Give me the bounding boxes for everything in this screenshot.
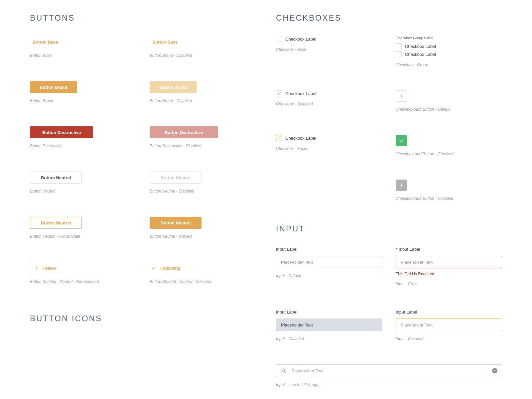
- button-base-disabled: Button Base: [150, 36, 187, 48]
- following-button[interactable]: Following: [150, 262, 187, 274]
- caption: Input - Focused: [396, 336, 502, 341]
- input-error[interactable]: [396, 256, 502, 268]
- checkbox-add-button[interactable]: +: [396, 90, 407, 102]
- button-destructive-disabled: Button Destructive: [150, 126, 218, 138]
- caption: Button Brand: [30, 98, 136, 103]
- button-neutral[interactable]: Button Neutral: [30, 172, 82, 184]
- checkbox-label: Checkbox Label: [285, 136, 316, 141]
- caption: Checkbox Add Button - Disabled: [396, 196, 502, 201]
- checkboxes-heading: CHECKBOXES: [276, 13, 502, 23]
- caption: Checkbox - Base: [276, 47, 382, 52]
- follow-button[interactable]: Follow: [30, 262, 63, 274]
- caption: Button Destructive - Disabled: [150, 144, 256, 148]
- caption: Button Stateful - Neutral - Selected: [150, 279, 256, 284]
- input-default[interactable]: [276, 256, 382, 268]
- caption: Button Neutral - Disabled: [150, 189, 256, 194]
- caption: Button Destructive: [30, 144, 136, 148]
- checkbox-add-button-disabled: +: [396, 180, 407, 191]
- caption: Checkbox Add Button - Default: [396, 107, 502, 112]
- checkbox-focus[interactable]: [276, 135, 282, 141]
- input-focused[interactable]: [396, 319, 502, 331]
- input-error-message: This Field is Required: [396, 272, 502, 276]
- caption: Checkbox - Group: [396, 63, 502, 67]
- caption: Button Brand - Disabled: [150, 98, 256, 103]
- button-icons-heading: BUTTON ICONS: [30, 314, 256, 323]
- caption: Button Neutral: [30, 189, 136, 194]
- search-icon: [281, 368, 287, 374]
- input-label-text: Input Label: [399, 247, 420, 252]
- input-with-icons[interactable]: [276, 364, 502, 377]
- caption: Button Neutral - Focus State: [30, 234, 136, 239]
- plus-icon: +: [400, 93, 403, 100]
- checkbox-label: Checkbox Label: [285, 91, 316, 96]
- svg-line-1: [284, 371, 286, 373]
- required-asterisk: *: [396, 247, 397, 252]
- checkbox-base[interactable]: [276, 36, 282, 42]
- button-neutral-disabled: Button Neutral: [150, 172, 201, 184]
- button-destructive[interactable]: Button Destructive: [30, 126, 93, 138]
- input-disabled: [276, 319, 382, 331]
- svg-point-0: [282, 369, 285, 372]
- button-brand[interactable]: Button Brand: [30, 81, 77, 93]
- check-icon: [152, 266, 156, 270]
- button-neutral-focus[interactable]: Button Neutral: [30, 217, 82, 229]
- caption: Input - Disabled: [276, 336, 382, 341]
- button-base[interactable]: Button Base: [30, 36, 67, 48]
- check-icon: [399, 138, 404, 143]
- checkbox-selected[interactable]: [276, 90, 282, 96]
- caption: Button Base: [30, 53, 136, 58]
- caption: Input - Default: [276, 274, 382, 278]
- checkbox-label: Checkbox Label: [405, 44, 436, 49]
- checkbox-group-item[interactable]: [396, 43, 402, 49]
- caption: Button Stateful - Neutral - Not Selected: [30, 279, 136, 284]
- buttons-heading: BUTTONS: [30, 13, 256, 23]
- follow-label: Follow: [43, 266, 56, 271]
- checkbox-label: Checkbox Label: [285, 37, 316, 42]
- checkbox-add-button-checked[interactable]: [396, 135, 407, 146]
- caption: Button Brand - Disabled: [150, 53, 256, 58]
- caption: Input - Error: [396, 282, 502, 286]
- input-label: Input Label: [396, 310, 502, 315]
- caption: Checkbox - Selected: [276, 102, 382, 106]
- following-label: Following: [160, 266, 181, 271]
- button-brand-disabled: Button Brand: [150, 81, 197, 93]
- caption: Input - Icon to left & right: [276, 382, 502, 387]
- caption: Checkbox Add Button - Checked: [396, 152, 502, 156]
- plus-icon: [35, 265, 39, 272]
- input-label: Input Label: [276, 310, 382, 315]
- input-heading: INPUT: [276, 224, 502, 233]
- input-label: Input Label: [276, 247, 382, 252]
- caption: Checkbox - Focus: [276, 146, 382, 151]
- checkbox-group-item[interactable]: [396, 51, 402, 57]
- button-neutral-hover[interactable]: Button Neutral: [150, 217, 201, 229]
- clear-icon[interactable]: [492, 368, 497, 373]
- input-label-required: *Input Label: [396, 247, 502, 252]
- plus-icon: +: [400, 182, 403, 189]
- caption: Button Neutral - (Hover): [150, 234, 256, 239]
- checkbox-group-label: Checkbox Group Label: [396, 36, 502, 40]
- checkbox-label: Checkbox Label: [405, 52, 436, 57]
